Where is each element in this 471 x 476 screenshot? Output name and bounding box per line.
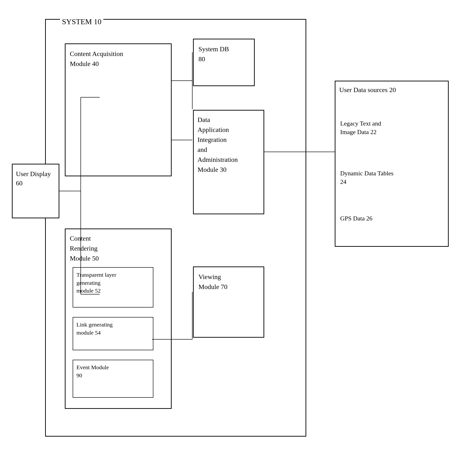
user-display-label: User Display 60: [16, 169, 51, 188]
system-label: SYSTEM 10: [60, 17, 103, 26]
content-acquisition-label: Content Acquisition Module 40: [70, 49, 123, 69]
user-data-sources-label: User Data sources 20: [339, 85, 396, 94]
system-box: SYSTEM 10 Content Acquisition Module 40 …: [45, 19, 306, 437]
content-rendering-label: Content Rendering Module 50: [70, 234, 99, 263]
transparent-layer-label: Transparent layer generating module 52: [76, 271, 116, 295]
content-rendering-box: Content Rendering Module 50 Transparent …: [65, 228, 172, 409]
link-gen-box: Link generating module 54: [73, 317, 153, 350]
content-acquisition-box: Content Acquisition Module 40: [65, 43, 172, 176]
link-gen-label: Link generating module 54: [76, 321, 113, 337]
system-db-label: System DB 80: [198, 44, 229, 64]
diagram-container: SYSTEM 10 Content Acquisition Module 40 …: [10, 10, 461, 466]
viewing-box: Viewing Module 70: [193, 267, 264, 338]
data-app-box: Data Application Integration and Adminis…: [193, 110, 264, 214]
user-display-box: User Display 60: [12, 164, 59, 218]
event-module-label: Event Module 90: [76, 363, 109, 379]
viewing-label: Viewing Module 70: [198, 272, 227, 292]
user-data-sources-box: User Data sources 20 Legacy Text and Ima…: [335, 81, 449, 247]
legacy-text-item: Legacy Text and Image Data 22: [340, 119, 381, 137]
event-module-box: Event Module 90: [73, 360, 153, 398]
system-db-box: System DB 80: [193, 39, 255, 86]
dynamic-data-item: Dynamic Data Tables 24: [340, 169, 393, 187]
data-app-label: Data Application Integration and Adminis…: [197, 115, 238, 175]
transparent-layer-box: Transparent layer generating module 52: [73, 267, 153, 307]
gps-data-item: GPS Data 26: [340, 214, 372, 223]
